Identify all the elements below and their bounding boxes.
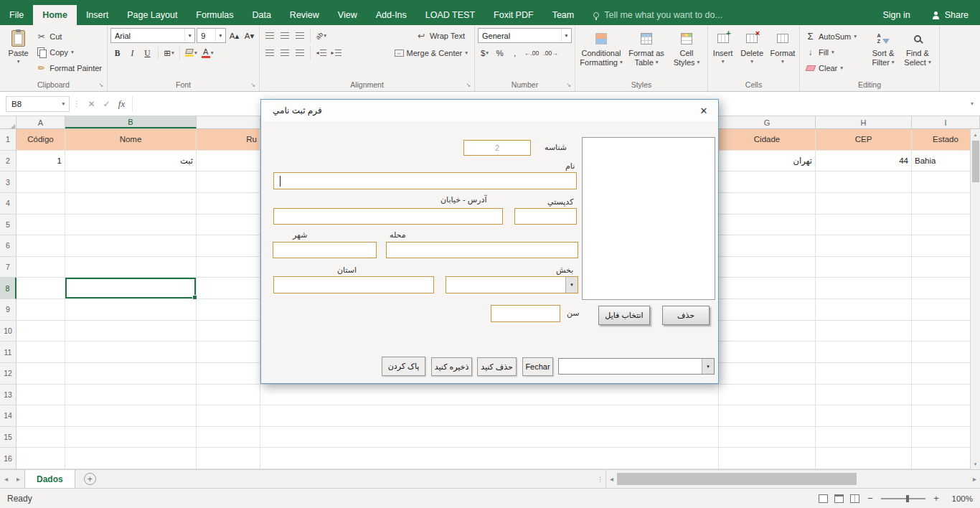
font-color-dropdown-icon[interactable]: ▾: [211, 50, 214, 56]
cell-C12[interactable]: [197, 363, 260, 385]
city-field[interactable]: [273, 242, 377, 258]
align-right-button[interactable]: [293, 46, 306, 60]
cancel-icon[interactable]: ✕: [84, 99, 99, 109]
cell-B5[interactable]: [65, 215, 197, 236]
ribbon-tab-formulas[interactable]: Formulas: [187, 5, 242, 25]
row-header-10[interactable]: 10: [0, 321, 17, 342]
cell-C9[interactable]: [197, 299, 260, 321]
format-painter-button[interactable]: ✏Format Painter: [34, 60, 104, 75]
fill-color-dropdown-icon[interactable]: ▾: [194, 50, 197, 56]
cell-A4[interactable]: [17, 193, 65, 215]
cell-B11[interactable]: [65, 342, 197, 363]
tell-me-box[interactable]: Tell me what you want to do...: [593, 5, 722, 25]
sheet-tab-dados[interactable]: Dados: [24, 470, 75, 488]
font-family-dropdown-icon[interactable]: ▾: [184, 29, 194, 42]
row-header-5[interactable]: 5: [0, 215, 17, 236]
horizontal-scrollbar[interactable]: ◂ ▸: [606, 470, 980, 488]
save-button[interactable]: ذخيره کنيد: [431, 357, 472, 376]
cell-H6[interactable]: [816, 235, 912, 257]
copy-button[interactable]: Copy▾: [34, 44, 104, 60]
row-header-9[interactable]: 9: [0, 299, 17, 321]
cell-A6[interactable]: [17, 235, 65, 257]
increase-font-size-button[interactable]: A▴: [227, 29, 241, 43]
cell-A14[interactable]: [17, 405, 65, 427]
fill-color-button[interactable]: ▾: [184, 46, 199, 60]
cell-D13[interactable]: [260, 385, 719, 406]
cell-C3[interactable]: [197, 171, 260, 193]
cell-B15[interactable]: [65, 427, 197, 448]
fill-dropdown-icon[interactable]: ▾: [831, 49, 834, 55]
id-field[interactable]: 2: [463, 140, 531, 156]
cell-G11[interactable]: [719, 342, 816, 363]
clear-dropdown-icon[interactable]: ▾: [840, 65, 843, 71]
tab-splitter-handle[interactable]: ⋮: [597, 476, 603, 483]
ribbon-tab-team[interactable]: Team: [543, 5, 584, 25]
cell-G9[interactable]: [719, 299, 816, 321]
column-header-G[interactable]: G: [719, 116, 816, 128]
merge-center-dropdown-icon[interactable]: ▾: [465, 50, 468, 56]
paste-dropdown-icon[interactable]: ▾: [17, 58, 20, 65]
cell-A11[interactable]: [17, 342, 65, 363]
postal-field[interactable]: [514, 208, 577, 225]
row-header-11[interactable]: 11: [0, 342, 17, 363]
cell-H1[interactable]: CEP: [816, 129, 912, 151]
font-size-dropdown-icon[interactable]: ▾: [215, 29, 225, 42]
cell-A8[interactable]: [17, 278, 65, 299]
ribbon-tab-review[interactable]: Review: [281, 5, 329, 25]
percent-style-button[interactable]: %: [493, 46, 507, 60]
cell-D15[interactable]: [260, 427, 719, 448]
cell-C15[interactable]: [197, 427, 260, 448]
cell-B14[interactable]: [65, 405, 197, 427]
cell-B1[interactable]: Nome: [65, 129, 197, 151]
cell-G5[interactable]: [719, 215, 816, 236]
age-field[interactable]: [491, 305, 560, 322]
cell-H5[interactable]: [816, 215, 912, 236]
delete-record-button[interactable]: حذف کنيد: [477, 357, 517, 376]
underline-button[interactable]: U: [141, 46, 154, 60]
ribbon-tab-file[interactable]: File: [0, 5, 33, 25]
hscroll-right-icon[interactable]: ▸: [969, 475, 980, 483]
name-box[interactable]: B8 ▾: [6, 96, 70, 112]
hscroll-thumb[interactable]: [617, 473, 857, 485]
font-color-button[interactable]: A▾: [200, 46, 215, 60]
remove-photo-button[interactable]: حذف: [662, 306, 710, 325]
province-field[interactable]: [273, 276, 434, 293]
cell-C16[interactable]: [197, 448, 260, 469]
cell-G12[interactable]: [719, 363, 816, 385]
format-as-table-button[interactable]: Format as Table▾: [626, 27, 666, 79]
page-break-view-icon[interactable]: [850, 494, 859, 503]
cell-H3[interactable]: [816, 171, 912, 193]
cell-H9[interactable]: [816, 299, 912, 321]
cell-C5[interactable]: [197, 215, 260, 236]
zoom-slider-thumb[interactable]: [906, 495, 909, 502]
cell-A16[interactable]: [17, 448, 65, 469]
cut-button[interactable]: ✂Cut: [34, 29, 104, 44]
cell-G16[interactable]: [719, 448, 816, 469]
increase-decimal-button[interactable]: ←.00: [523, 46, 540, 60]
bold-button[interactable]: B: [110, 46, 124, 60]
autosum-dropdown-icon[interactable]: ▾: [854, 33, 857, 39]
scroll-down-icon[interactable]: ▾: [971, 458, 980, 469]
zoom-level[interactable]: 100%: [947, 494, 973, 503]
cell-G1[interactable]: Cidade: [719, 129, 816, 151]
clipboard-dialog-launcher[interactable]: ↘: [97, 81, 105, 89]
cell-D16[interactable]: [260, 448, 719, 469]
column-header-I[interactable]: I: [912, 116, 980, 128]
select-file-button[interactable]: انتخاب فایل: [598, 306, 650, 325]
sheet-nav-left-icon[interactable]: ◂: [0, 475, 12, 483]
cell-H8[interactable]: [816, 278, 912, 299]
format-dropdown-icon[interactable]: ▾: [781, 58, 784, 65]
cell-A5[interactable]: [17, 215, 65, 236]
alignment-dialog-launcher[interactable]: ↘: [464, 81, 472, 89]
cell-A7[interactable]: [17, 257, 65, 278]
share-button[interactable]: Share: [932, 5, 969, 25]
cell-G4[interactable]: [719, 193, 816, 215]
cell-B13[interactable]: [65, 385, 197, 406]
cell-C4[interactable]: [197, 193, 260, 215]
ribbon-tab-page-layout[interactable]: Page Layout: [118, 5, 187, 25]
cell-B3[interactable]: [65, 171, 197, 193]
comma-style-button[interactable]: ,: [508, 46, 522, 60]
accounting-dropdown-icon[interactable]: ▾: [486, 50, 489, 56]
cell-A9[interactable]: [17, 299, 65, 321]
scroll-up-icon[interactable]: ▴: [971, 129, 980, 140]
